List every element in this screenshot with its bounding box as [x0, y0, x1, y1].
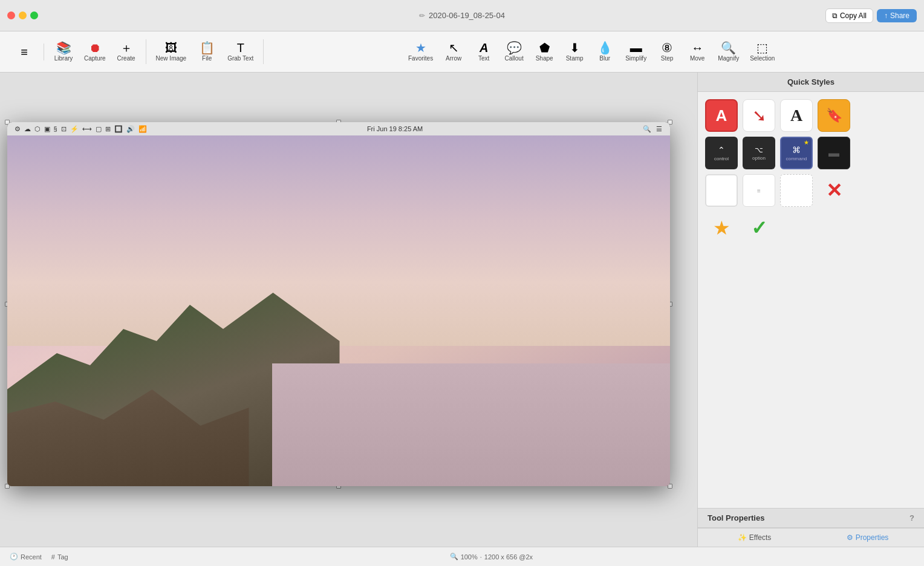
- shape-button[interactable]: ⬟ Shape: [530, 39, 559, 64]
- library-label: Library: [54, 55, 73, 62]
- capture-icon: ⏺: [89, 42, 101, 54]
- qs-star-icon: ★: [713, 216, 730, 239]
- selection-button[interactable]: ⬚ Selection: [745, 39, 779, 64]
- file-button[interactable]: 📋 File: [192, 39, 221, 64]
- landscape-image: [7, 135, 670, 486]
- qs-text-label: A: [790, 106, 802, 125]
- text-button[interactable]: A Text: [469, 39, 498, 64]
- move-button[interactable]: ↔ Move: [683, 39, 712, 64]
- arrow-button[interactable]: ↖ Arrow: [439, 39, 468, 64]
- move-icon: ↔: [691, 42, 703, 54]
- tool-properties-title: Tool Properties: [708, 513, 764, 522]
- library-button[interactable]: 📚 Library: [49, 39, 78, 64]
- qs-white2[interactable]: ≡: [743, 174, 775, 207]
- qs-white1[interactable]: [705, 174, 738, 207]
- stamp-button[interactable]: ⬇ Stamp: [560, 39, 589, 64]
- title-icon: ✏: [419, 11, 425, 20]
- mac-icon-2: ☁: [24, 125, 31, 133]
- qs-star[interactable]: ★: [705, 212, 738, 244]
- capture-button[interactable]: ⏺ Capture: [79, 39, 111, 64]
- quick-styles-header: Quick Styles: [698, 73, 924, 92]
- qs-bookmark[interactable]: 🔖: [818, 99, 850, 132]
- mac-search-icon: 🔍: [643, 125, 651, 133]
- mac-icon-wifi: 📶: [138, 125, 147, 133]
- mac-icon-4: ▣: [44, 125, 50, 133]
- effects-label: Effects: [749, 533, 771, 542]
- help-icon[interactable]: ?: [909, 513, 914, 522]
- copy-icon: ⧉: [832, 11, 838, 20]
- file-icon: 📋: [200, 42, 215, 54]
- create-icon: ＋: [120, 42, 132, 54]
- mac-icon-11: 🔲: [114, 125, 123, 133]
- recent-item[interactable]: 🕐 Recent: [10, 553, 42, 561]
- mac-icon-1: ⚙: [15, 125, 21, 133]
- maximize-button[interactable]: [30, 11, 38, 19]
- qs-option-label: option: [752, 155, 766, 161]
- qs-option[interactable]: ⌥ option: [743, 137, 775, 169]
- minimize-button[interactable]: [19, 11, 27, 19]
- tag-label: Tag: [57, 553, 68, 561]
- qs-red-a[interactable]: A: [705, 99, 738, 132]
- favorites-button[interactable]: ★ Favorites: [403, 39, 438, 64]
- qs-arrow-icon: ➘: [752, 106, 766, 126]
- qs-control[interactable]: ⌃ control: [705, 137, 738, 169]
- tab-properties[interactable]: ⚙ Properties: [811, 529, 924, 547]
- zoom-icon: 🔍: [450, 553, 458, 561]
- copy-all-button[interactable]: ⧉ Copy All: [825, 8, 873, 23]
- simplify-button[interactable]: ▬ Simplify: [620, 39, 651, 64]
- share-button[interactable]: ↑ Share: [877, 9, 917, 22]
- blur-label: Blur: [599, 55, 610, 62]
- qs-row-2: ⌃ control ⌥ option ⌘ command ▬: [705, 137, 917, 169]
- qs-command[interactable]: ⌘ command: [780, 137, 813, 169]
- mac-icon-6: ⊡: [61, 125, 67, 133]
- qs-x[interactable]: ✕: [818, 174, 850, 207]
- new-image-button[interactable]: 🖼 New Image: [151, 39, 192, 64]
- grab-text-label: Grab Text: [227, 55, 253, 62]
- dimensions: 1200 x 656 @2x: [484, 553, 533, 561]
- canvas-area[interactable]: ⚙ ☁ ⬡ ▣ § ⊡ ⚡ ⟷ ▢ ⊞ 🔲 🔊 📶: [0, 73, 697, 547]
- tool-properties-header: Tool Properties ?: [698, 509, 924, 528]
- mac-icon-3: ⬡: [34, 125, 41, 133]
- statusbar-center: 🔍 100% · 1200 x 656 @2x: [450, 553, 533, 561]
- magnify-label: Magnify: [718, 55, 739, 62]
- qs-check[interactable]: ✓: [743, 212, 775, 244]
- menu-button[interactable]: ≡: [10, 44, 39, 60]
- create-button[interactable]: ＋ Create: [112, 39, 141, 64]
- grab-text-button[interactable]: T Grab Text: [223, 39, 258, 64]
- magnify-button[interactable]: 🔍 Magnify: [713, 39, 744, 64]
- screenshot-image: ⚙ ☁ ⬡ ▣ § ⊡ ⚡ ⟷ ▢ ⊞ 🔲 🔊 📶: [7, 122, 670, 486]
- mac-status-bar: ⚙ ☁ ⬡ ▣ § ⊡ ⚡ ⟷ ▢ ⊞ 🔲 🔊 📶: [7, 122, 670, 135]
- properties-label: Properties: [856, 533, 889, 542]
- simplify-label: Simplify: [625, 55, 646, 62]
- toolbar-group-tools: ★ Favorites ↖ Arrow A Text 💬 Callout ⬟ S…: [264, 39, 919, 64]
- effects-icon: ✨: [738, 533, 747, 542]
- mac-menu-icon: ☰: [656, 125, 662, 133]
- blur-button[interactable]: 💧 Blur: [590, 39, 619, 64]
- share-icon: ↑: [884, 11, 888, 20]
- toolbar-group-file: 🖼 New Image 📋 File T Grab Text: [146, 39, 264, 64]
- tab-effects[interactable]: ✨ Effects: [698, 529, 811, 547]
- toolbar-group-main: 📚 Library ⏺ Capture ＋ Create: [44, 39, 146, 64]
- qs-white3[interactable]: [780, 174, 813, 207]
- qs-text-style[interactable]: A: [780, 99, 813, 132]
- qs-control-icon: ⌃: [718, 145, 725, 155]
- qs-red-a-label: A: [716, 106, 727, 125]
- mac-icon-9: ▢: [96, 125, 102, 133]
- toolbar-group-nav: ≡: [5, 44, 44, 60]
- qs-check-icon: ✓: [751, 216, 767, 239]
- tag-icon: #: [51, 553, 55, 561]
- qs-option-icon: ⌥: [755, 146, 763, 154]
- qs-row-1: A ➘ A 🔖: [705, 99, 917, 132]
- statusbar-left: 🕐 Recent # Tag: [10, 553, 68, 561]
- mac-icon-5: §: [54, 125, 57, 132]
- stamp-label: Stamp: [566, 55, 584, 62]
- step-button[interactable]: ⑧ Step: [652, 39, 682, 64]
- sea: [272, 363, 670, 486]
- shape-label: Shape: [536, 55, 553, 62]
- qs-black[interactable]: ▬: [818, 137, 850, 169]
- tag-item[interactable]: # Tag: [51, 553, 68, 561]
- callout-button[interactable]: 💬 Callout: [499, 39, 529, 64]
- library-icon: 📚: [56, 42, 71, 54]
- qs-arrow[interactable]: ➘: [743, 99, 775, 132]
- close-button[interactable]: [7, 11, 15, 19]
